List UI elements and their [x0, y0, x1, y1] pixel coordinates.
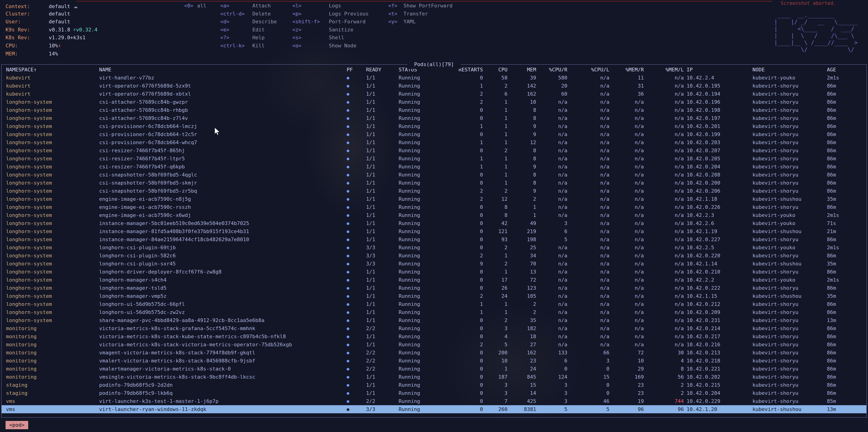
table-row[interactable]: longhorn-systemcsi-attacher-57689cc84b-r… — [2, 106, 866, 114]
age-cell: 86m — [827, 82, 868, 90]
status-cell: Running — [399, 114, 455, 122]
mem-r-cell: n/a — [610, 284, 644, 292]
ip-cell: 10.42.0.210 — [684, 268, 752, 276]
cpu-cell: 10 — [483, 357, 507, 365]
mem-r-cell: 72 — [610, 348, 644, 357]
status-cell: Running — [399, 171, 455, 179]
table-row[interactable]: kubevirtvirt-operator-6776f5689d-xbtxl●1… — [2, 90, 866, 98]
age-cell: 86m — [827, 163, 868, 171]
cpu-l-cell: n/a — [567, 211, 610, 219]
cpu-r-cell: 124 — [536, 373, 567, 381]
table-row[interactable]: longhorn-systemengine-image-ei-acb7590c-… — [2, 195, 866, 203]
table-row[interactable]: longhorn-systemcsi-attacher-57689cc84b-z… — [2, 114, 866, 122]
namespace-cell: longhorn-system — [6, 114, 99, 122]
table-row[interactable]: longhorn-systeminstance-manager-5bc01eeb… — [2, 219, 866, 227]
cpu-l-cell: n/a — [567, 324, 610, 332]
table-row[interactable]: stagingpodinfo-79db68f5c9-2d2dn●1/1Runni… — [2, 381, 866, 389]
cpu-cell: 1 — [483, 179, 507, 187]
table-row[interactable]: longhorn-systemlonghorn-ui-56d9b575dc-zw… — [2, 308, 866, 316]
table-row[interactable]: longhorn-systemcsi-resizer-7466f7b45f-lt… — [2, 155, 866, 163]
restarts-cell: 0 — [455, 276, 483, 284]
table-row[interactable]: longhorn-systemcsi-snapshotter-58bf69fbd… — [2, 187, 866, 195]
table-row[interactable]: kubevirtvirt-operator-6776f5689d-5zx9t●1… — [2, 82, 866, 90]
ip-cell: 10.42.0.203 — [684, 138, 752, 146]
mem-l-cell: n/a — [644, 292, 684, 300]
table-row[interactable]: longhorn-systemlonghorn-csi-plugin-sxr45… — [2, 260, 866, 268]
table-row[interactable]: monitoringvmalert-victoria-metrics-k8s-s… — [2, 357, 866, 365]
table-row[interactable]: longhorn-systemcsi-resizer-7466f7b45f-q6… — [2, 163, 866, 171]
table-row[interactable]: monitoringvmsingle-victoria-metrics-k8s-… — [2, 373, 866, 381]
mem-cell: 39 — [507, 74, 536, 82]
table-row[interactable]: longhorn-systeminstance-manager-81fd5a40… — [2, 227, 866, 235]
pf-cell: ● — [344, 365, 366, 373]
pf-cell: ● — [344, 397, 366, 405]
table-row[interactable]: longhorn-systeminstance-manager-84ae2159… — [2, 235, 866, 243]
table-row[interactable]: longhorn-systemcsi-resizer-7466f7b45f-86… — [2, 146, 866, 155]
table-row[interactable]: longhorn-systemcsi-provisioner-6c78dcb66… — [2, 130, 866, 138]
table-row[interactable]: longhorn-systemcsi-provisioner-6c78dcb66… — [2, 138, 866, 146]
mem-l-cell: 56 — [644, 373, 684, 381]
restarts-cell: 0 — [455, 179, 483, 187]
pf-cell: ● — [344, 252, 366, 260]
cpu-l-cell: n/a — [567, 90, 610, 98]
namespace-cell: longhorn-system — [6, 284, 99, 292]
cluster-info-line: CPU:10%↑ — [5, 42, 97, 50]
table-row[interactable]: longhorn-systemlonghorn-csi-plugin-69tjb… — [2, 243, 866, 252]
table-row[interactable]: longhorn-systemlonghorn-manager-s4ch4●1/… — [2, 276, 866, 284]
info-value: default — [49, 11, 70, 16]
age-cell: 86m — [827, 138, 868, 146]
hotkey-key: <s> — [292, 34, 329, 42]
mem-r-cell: n/a — [610, 219, 644, 227]
table-row[interactable]: longhorn-systemlonghorn-manager-vmp5z●1/… — [2, 292, 866, 300]
table-row[interactable]: stagingpodinfo-79db68f5c9-lkb6q●1/1Runni… — [2, 389, 866, 397]
table-row[interactable]: monitoringvmagent-victoria-metrics-k8s-s… — [2, 348, 866, 357]
table-row[interactable]: monitoringvictoria-metrics-k8s-stack-kub… — [2, 332, 866, 340]
k9s-screen: Context:default☁Cluster:defaultUser:defa… — [0, 0, 868, 432]
hotkey-key: <e> — [220, 26, 252, 34]
table-row[interactable]: kubevirtvirt-handler-v77bz●1/1Running058… — [2, 74, 866, 82]
breadcrumb-pod[interactable]: <pod> — [5, 421, 28, 429]
name-cell: virt-launcher-k3s-test-1-master-1-j6p7p — [99, 397, 344, 405]
pf-cell: ● — [344, 243, 366, 252]
table-row[interactable]: longhorn-systemlonghorn-ui-56d9b575dc-66… — [2, 300, 866, 308]
node-cell: kubevirt-shoryu — [752, 348, 827, 357]
table-row[interactable]: monitoringvictoria-metrics-k8s-stack-gra… — [2, 324, 866, 332]
cpu-l-cell: n/a — [567, 252, 610, 260]
hotkey-key: <p> — [292, 10, 329, 18]
table-row[interactable]: longhorn-systemengine-image-ei-acb7590c-… — [2, 203, 866, 211]
status-cell: Running — [399, 187, 455, 195]
name-cell: victoria-metrics-k8s-stack-victoria-metr… — [99, 340, 344, 348]
mem-l-cell: n/a — [644, 90, 684, 98]
node-cell: kubevirt-shoryu — [752, 122, 827, 130]
table-row[interactable]: monitoringvictoria-metrics-k8s-stack-vic… — [2, 340, 866, 348]
cpu-r-cell: n/a — [536, 276, 567, 284]
status-cell: Running — [399, 324, 455, 332]
restarts-cell: 0 — [455, 171, 483, 179]
name-cell: longhorn-ui-56d9b575dc-zw2vz — [99, 308, 344, 316]
table-row[interactable]: longhorn-systemcsi-snapshotter-58bf69fbd… — [2, 171, 866, 179]
table-row[interactable]: vmsvirt-launcher-k3s-test-1-master-1-j6p… — [2, 397, 866, 405]
table-row[interactable]: longhorn-systemengine-image-ei-acb7590c-… — [2, 211, 866, 219]
ready-cell: 1/1 — [366, 276, 399, 284]
restarts-cell: 0 — [455, 211, 483, 219]
table-row[interactable]: longhorn-systemcsi-snapshotter-58bf69fbd… — [2, 179, 866, 187]
table-row[interactable]: longhorn-systemlonghorn-csi-plugin-582c6… — [2, 252, 866, 260]
cpu-r-cell: n/a — [536, 187, 567, 195]
mem-cell: 14 — [507, 389, 536, 397]
cpu-l-cell: n/a — [567, 146, 610, 155]
node-cell: kubevirt-shoryu — [752, 316, 827, 324]
table-row[interactable]: monitoringvmalertmanager-victoria-metric… — [2, 365, 866, 373]
table-row[interactable]: longhorn-systemcsi-attacher-57689cc84b-g… — [2, 98, 866, 106]
cpu-l-cell: n/a — [567, 340, 610, 348]
table-row[interactable]: longhorn-systemlonghorn-driver-deployer-… — [2, 268, 866, 276]
cpu-cell: 1 — [483, 171, 507, 179]
table-row[interactable]: longhorn-systemcsi-provisioner-6c78dcb66… — [2, 122, 866, 130]
table-row[interactable]: longhorn-systemshare-manager-pvc-4bbd842… — [2, 316, 866, 324]
table-row[interactable]: longhorn-systemlonghorn-manager-tsld5●1/… — [2, 284, 866, 292]
upgrade-version: ⚡v0.32.4 — [73, 27, 97, 33]
mem-r-cell: 29 — [610, 365, 644, 373]
ready-cell: 1/1 — [366, 98, 399, 106]
age-cell: 86m — [827, 203, 868, 211]
ready-cell: 3/3 — [366, 252, 399, 260]
table-row[interactable]: vmsvirt-launcher-ryan-windows-11-zkdqk●3… — [2, 405, 866, 413]
